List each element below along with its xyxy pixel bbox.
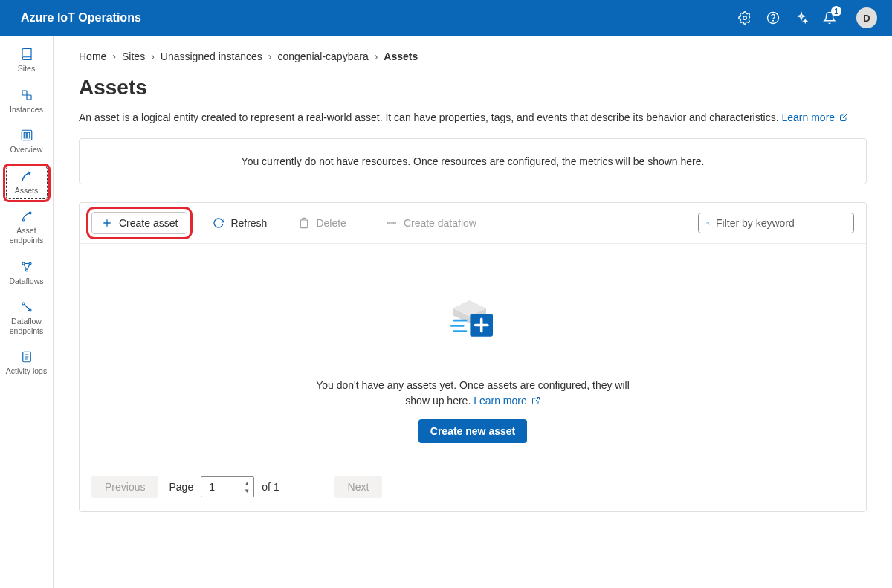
- svg-point-2: [773, 20, 774, 21]
- sidebar-label: Sites: [18, 64, 35, 74]
- create-new-asset-button[interactable]: Create new asset: [418, 419, 527, 443]
- book-icon: [20, 48, 33, 61]
- gear-icon[interactable]: [737, 10, 752, 25]
- page-number-input[interactable]: 1 ▲ ▼: [201, 476, 254, 497]
- sidebar: Sites Instances Overview Assets Asset en…: [0, 36, 54, 588]
- svg-point-12: [25, 269, 28, 271]
- sidebar-item-activity-logs[interactable]: Activity logs: [4, 346, 49, 382]
- page-title: Assets: [79, 76, 867, 100]
- sparkle-icon[interactable]: [794, 10, 809, 25]
- svg-rect-7: [27, 132, 29, 138]
- sidebar-item-dataflow-endpoints[interactable]: Dataflow endpoints: [4, 296, 49, 341]
- external-link-icon: [531, 396, 540, 405]
- breadcrumb-current: Assets: [384, 51, 418, 62]
- chevron-right-icon: ›: [112, 51, 116, 62]
- empty-state: You don't have any assets yet. Once asse…: [80, 244, 866, 465]
- svg-rect-6: [24, 132, 26, 138]
- trash-icon: [298, 217, 310, 229]
- overview-icon: [20, 129, 33, 142]
- pagination: Previous Page 1 ▲ ▼ of 1 Next: [80, 465, 866, 511]
- sidebar-item-instances[interactable]: Instances: [4, 84, 49, 120]
- svg-point-13: [22, 303, 25, 305]
- breadcrumb-link[interactable]: Unassigned instances: [161, 51, 262, 62]
- search-icon: [706, 218, 710, 229]
- svg-rect-4: [27, 95, 31, 100]
- sidebar-label: Activity logs: [6, 366, 47, 376]
- sidebar-label: Instances: [10, 105, 43, 114]
- breadcrumb: Home › Sites › Unassigned instances › co…: [79, 51, 867, 62]
- main-content: Home › Sites › Unassigned instances › co…: [54, 36, 892, 588]
- svg-point-17: [394, 222, 396, 224]
- create-dataflow-button: Create dataflow: [377, 213, 485, 233]
- sidebar-item-dataflows[interactable]: Dataflows: [4, 256, 49, 292]
- svg-point-10: [22, 262, 25, 265]
- endpoint-icon: [20, 210, 33, 223]
- dataflow-icon: [386, 217, 398, 229]
- dataflow-icon: [20, 260, 33, 274]
- toolbar: Create asset Refresh Delete Create dataf…: [80, 203, 866, 244]
- info-banner: You currently do not have resources. Onc…: [79, 138, 867, 184]
- page-down-icon[interactable]: ▼: [243, 487, 251, 494]
- app-title: Azure IoT Operations: [21, 11, 141, 25]
- sidebar-label: Dataflows: [9, 277, 43, 286]
- sidebar-label: Assets: [15, 186, 39, 196]
- page-label: Page: [169, 481, 193, 493]
- sidebar-item-asset-endpoints[interactable]: Asset endpoints: [4, 205, 49, 251]
- breadcrumb-link[interactable]: Home: [79, 51, 106, 62]
- svg-rect-3: [22, 91, 27, 95]
- sidebar-label: Overview: [10, 145, 43, 155]
- prev-page-button: Previous: [91, 476, 158, 498]
- external-link-icon: [839, 113, 848, 122]
- page-total: of 1: [262, 481, 279, 493]
- svg-point-11: [29, 262, 31, 265]
- sidebar-item-assets[interactable]: Assets: [4, 165, 49, 201]
- sidebar-label: Dataflow endpoints: [4, 317, 49, 335]
- plus-icon: [101, 217, 113, 229]
- assets-panel: Create asset Refresh Delete Create dataf…: [79, 202, 867, 512]
- svg-point-0: [743, 16, 747, 20]
- page-description: An asset is a logical entity created to …: [79, 112, 867, 123]
- breadcrumb-link[interactable]: Sites: [122, 51, 145, 62]
- create-asset-button[interactable]: Create asset: [91, 212, 187, 234]
- sidebar-label: Asset endpoints: [4, 226, 49, 245]
- empty-illustration-icon: [439, 288, 506, 355]
- delete-button: Delete: [289, 213, 355, 233]
- dfendpoint-icon: [20, 300, 33, 314]
- avatar[interactable]: D: [856, 7, 877, 28]
- sidebar-item-sites[interactable]: Sites: [4, 43, 49, 80]
- filter-input-wrap[interactable]: [698, 213, 854, 233]
- next-page-button: Next: [334, 476, 383, 498]
- svg-rect-5: [22, 130, 32, 140]
- chevron-right-icon: ›: [375, 51, 378, 62]
- learn-more-link[interactable]: Learn more: [474, 395, 540, 407]
- page-indicator: Page 1 ▲ ▼ of 1: [169, 476, 279, 497]
- svg-point-9: [22, 219, 25, 221]
- separator: [366, 213, 366, 233]
- learn-more-link[interactable]: Learn more: [782, 112, 848, 123]
- refresh-icon: [213, 217, 224, 229]
- refresh-button[interactable]: Refresh: [204, 213, 276, 233]
- filter-input[interactable]: [716, 217, 846, 229]
- empty-state-text: You don't have any assets yet. Once asse…: [309, 378, 636, 409]
- page-up-icon[interactable]: ▲: [243, 479, 251, 487]
- logs-icon: [20, 350, 33, 364]
- asset-icon: [20, 169, 33, 183]
- breadcrumb-link[interactable]: congenial-capybara: [277, 51, 368, 62]
- help-icon[interactable]: [766, 10, 780, 25]
- notification-badge: 1: [831, 6, 841, 16]
- sidebar-item-overview[interactable]: Overview: [4, 124, 49, 161]
- app-header: Azure IoT Operations 1 D: [0, 0, 892, 36]
- chevron-right-icon: ›: [151, 51, 155, 62]
- header-actions: 1 D: [737, 7, 877, 28]
- svg-point-16: [388, 222, 390, 224]
- svg-point-18: [707, 222, 709, 224]
- chevron-right-icon: ›: [268, 51, 272, 62]
- instances-icon: [20, 88, 33, 102]
- bell-icon[interactable]: 1: [822, 10, 837, 25]
